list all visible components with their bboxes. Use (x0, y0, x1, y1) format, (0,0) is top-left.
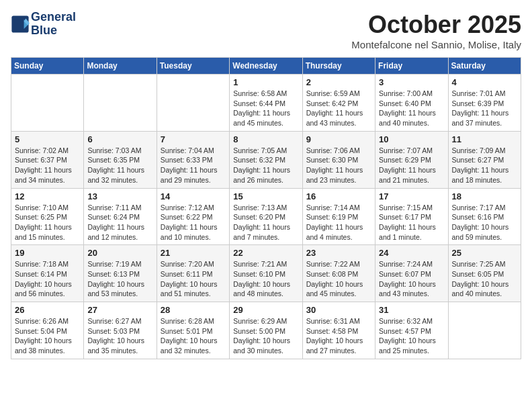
day-number: 28 (161, 305, 226, 315)
day-info: Sunrise: 7:13 AM Sunset: 6:20 PM Dayligh… (233, 203, 298, 242)
day-number: 16 (306, 191, 371, 201)
calendar-cell (157, 75, 229, 132)
day-info: Sunrise: 7:20 AM Sunset: 6:11 PM Dayligh… (161, 259, 226, 299)
calendar-cell: 7Sunrise: 7:04 AM Sunset: 6:33 PM Daylig… (157, 131, 229, 188)
day-info: Sunrise: 6:26 AM Sunset: 5:04 PM Dayligh… (15, 316, 80, 356)
day-number: 6 (87, 134, 152, 144)
calendar-cell: 13Sunrise: 7:11 AM Sunset: 6:24 PM Dayli… (84, 188, 157, 245)
day-info: Sunrise: 7:02 AM Sunset: 6:37 PM Dayligh… (15, 146, 80, 185)
day-info: Sunrise: 7:03 AM Sunset: 6:35 PM Dayligh… (87, 146, 152, 185)
calendar-cell: 16Sunrise: 7:14 AM Sunset: 6:19 PM Dayli… (302, 188, 375, 245)
logo-text: General Blue (31, 11, 76, 38)
day-number: 30 (306, 305, 371, 315)
page-header: General Blue October 2025 Montefalcone n… (11, 11, 521, 50)
calendar-cell: 24Sunrise: 7:24 AM Sunset: 6:07 PM Dayli… (375, 245, 448, 302)
calendar-cell: 4Sunrise: 7:01 AM Sunset: 6:39 PM Daylig… (448, 75, 521, 132)
day-info: Sunrise: 6:59 AM Sunset: 6:42 PM Dayligh… (306, 89, 371, 128)
calendar-cell: 12Sunrise: 7:10 AM Sunset: 6:25 PM Dayli… (11, 188, 84, 245)
day-info: Sunrise: 6:29 AM Sunset: 5:00 PM Dayligh… (233, 316, 298, 356)
weekday-header-cell: Tuesday (157, 58, 229, 75)
logo-line1: General (31, 11, 76, 24)
day-number: 17 (379, 191, 444, 201)
calendar-cell: 15Sunrise: 7:13 AM Sunset: 6:20 PM Dayli… (230, 188, 302, 245)
day-number: 18 (452, 191, 517, 201)
weekday-header-cell: Wednesday (230, 58, 302, 75)
day-number: 19 (15, 248, 80, 258)
day-info: Sunrise: 7:00 AM Sunset: 6:40 PM Dayligh… (379, 89, 444, 128)
day-info: Sunrise: 7:15 AM Sunset: 6:17 PM Dayligh… (379, 203, 444, 242)
day-info: Sunrise: 6:32 AM Sunset: 4:57 PM Dayligh… (379, 316, 444, 356)
calendar-cell: 23Sunrise: 7:22 AM Sunset: 6:08 PM Dayli… (302, 245, 375, 302)
day-number: 7 (161, 134, 226, 144)
day-info: Sunrise: 7:17 AM Sunset: 6:16 PM Dayligh… (452, 203, 517, 242)
day-number: 20 (87, 248, 152, 258)
day-info: Sunrise: 7:18 AM Sunset: 6:14 PM Dayligh… (15, 259, 80, 299)
weekday-header-cell: Monday (84, 58, 157, 75)
calendar-cell: 31Sunrise: 6:32 AM Sunset: 4:57 PM Dayli… (375, 302, 448, 359)
location: Montefalcone nel Sannio, Molise, Italy (351, 39, 521, 50)
calendar-cell: 2Sunrise: 6:59 AM Sunset: 6:42 PM Daylig… (302, 75, 375, 132)
day-number: 15 (233, 191, 298, 201)
day-info: Sunrise: 6:28 AM Sunset: 5:01 PM Dayligh… (161, 316, 226, 356)
day-number: 2 (306, 77, 371, 87)
day-number: 8 (233, 134, 298, 144)
day-info: Sunrise: 6:27 AM Sunset: 5:03 PM Dayligh… (87, 316, 152, 356)
calendar-cell: 30Sunrise: 6:31 AM Sunset: 4:58 PM Dayli… (302, 302, 375, 359)
calendar-body: 1Sunrise: 6:58 AM Sunset: 6:44 PM Daylig… (11, 75, 521, 359)
day-number: 13 (87, 191, 152, 201)
calendar-cell: 14Sunrise: 7:12 AM Sunset: 6:22 PM Dayli… (157, 188, 229, 245)
day-number: 27 (87, 305, 152, 315)
calendar-week-row: 26Sunrise: 6:26 AM Sunset: 5:04 PM Dayli… (11, 302, 521, 359)
calendar-week-row: 19Sunrise: 7:18 AM Sunset: 6:14 PM Dayli… (11, 245, 521, 302)
day-number: 29 (233, 305, 298, 315)
day-number: 26 (15, 305, 80, 315)
calendar-cell: 21Sunrise: 7:20 AM Sunset: 6:11 PM Dayli… (157, 245, 229, 302)
calendar-cell: 18Sunrise: 7:17 AM Sunset: 6:16 PM Dayli… (448, 188, 521, 245)
day-number: 11 (452, 134, 517, 144)
weekday-header-cell: Saturday (448, 58, 521, 75)
calendar-week-row: 5Sunrise: 7:02 AM Sunset: 6:37 PM Daylig… (11, 131, 521, 188)
calendar-cell: 25Sunrise: 7:25 AM Sunset: 6:05 PM Dayli… (448, 245, 521, 302)
day-number: 9 (306, 134, 371, 144)
month-title: October 2025 (351, 11, 521, 39)
calendar-cell: 27Sunrise: 6:27 AM Sunset: 5:03 PM Dayli… (84, 302, 157, 359)
day-number: 3 (379, 77, 444, 87)
day-number: 22 (233, 248, 298, 258)
day-info: Sunrise: 7:07 AM Sunset: 6:29 PM Dayligh… (379, 146, 444, 185)
calendar-cell: 28Sunrise: 6:28 AM Sunset: 5:01 PM Dayli… (157, 302, 229, 359)
day-info: Sunrise: 7:11 AM Sunset: 6:24 PM Dayligh… (87, 203, 152, 242)
calendar-cell: 26Sunrise: 6:26 AM Sunset: 5:04 PM Dayli… (11, 302, 84, 359)
day-number: 5 (15, 134, 80, 144)
calendar-cell: 11Sunrise: 7:09 AM Sunset: 6:27 PM Dayli… (448, 131, 521, 188)
day-info: Sunrise: 7:21 AM Sunset: 6:10 PM Dayligh… (233, 259, 298, 299)
logo: General Blue (11, 11, 76, 38)
weekday-header-row: SundayMondayTuesdayWednesdayThursdayFrid… (11, 58, 521, 75)
day-info: Sunrise: 6:31 AM Sunset: 4:58 PM Dayligh… (306, 316, 371, 356)
day-number: 10 (379, 134, 444, 144)
weekday-header-cell: Sunday (11, 58, 84, 75)
calendar-cell: 19Sunrise: 7:18 AM Sunset: 6:14 PM Dayli… (11, 245, 84, 302)
day-number: 24 (379, 248, 444, 258)
day-info: Sunrise: 7:10 AM Sunset: 6:25 PM Dayligh… (15, 203, 80, 242)
day-info: Sunrise: 7:05 AM Sunset: 6:32 PM Dayligh… (233, 146, 298, 185)
calendar-week-row: 1Sunrise: 6:58 AM Sunset: 6:44 PM Daylig… (11, 75, 521, 132)
weekday-header-cell: Thursday (302, 58, 375, 75)
calendar-cell: 3Sunrise: 7:00 AM Sunset: 6:40 PM Daylig… (375, 75, 448, 132)
logo-icon (11, 15, 30, 34)
calendar-cell: 5Sunrise: 7:02 AM Sunset: 6:37 PM Daylig… (11, 131, 84, 188)
day-number: 25 (452, 248, 517, 258)
calendar-cell: 17Sunrise: 7:15 AM Sunset: 6:17 PM Dayli… (375, 188, 448, 245)
day-info: Sunrise: 7:24 AM Sunset: 6:07 PM Dayligh… (379, 259, 444, 299)
calendar-cell: 9Sunrise: 7:06 AM Sunset: 6:30 PM Daylig… (302, 131, 375, 188)
day-info: Sunrise: 7:04 AM Sunset: 6:33 PM Dayligh… (161, 146, 226, 185)
calendar-cell (84, 75, 157, 132)
calendar-cell: 8Sunrise: 7:05 AM Sunset: 6:32 PM Daylig… (230, 131, 302, 188)
day-info: Sunrise: 7:25 AM Sunset: 6:05 PM Dayligh… (452, 259, 517, 299)
day-number: 14 (161, 191, 226, 201)
calendar-cell: 22Sunrise: 7:21 AM Sunset: 6:10 PM Dayli… (230, 245, 302, 302)
calendar-cell: 6Sunrise: 7:03 AM Sunset: 6:35 PM Daylig… (84, 131, 157, 188)
calendar-cell: 1Sunrise: 6:58 AM Sunset: 6:44 PM Daylig… (230, 75, 302, 132)
calendar-cell (448, 302, 521, 359)
calendar-week-row: 12Sunrise: 7:10 AM Sunset: 6:25 PM Dayli… (11, 188, 521, 245)
calendar-table: SundayMondayTuesdayWednesdayThursdayFrid… (11, 57, 521, 359)
